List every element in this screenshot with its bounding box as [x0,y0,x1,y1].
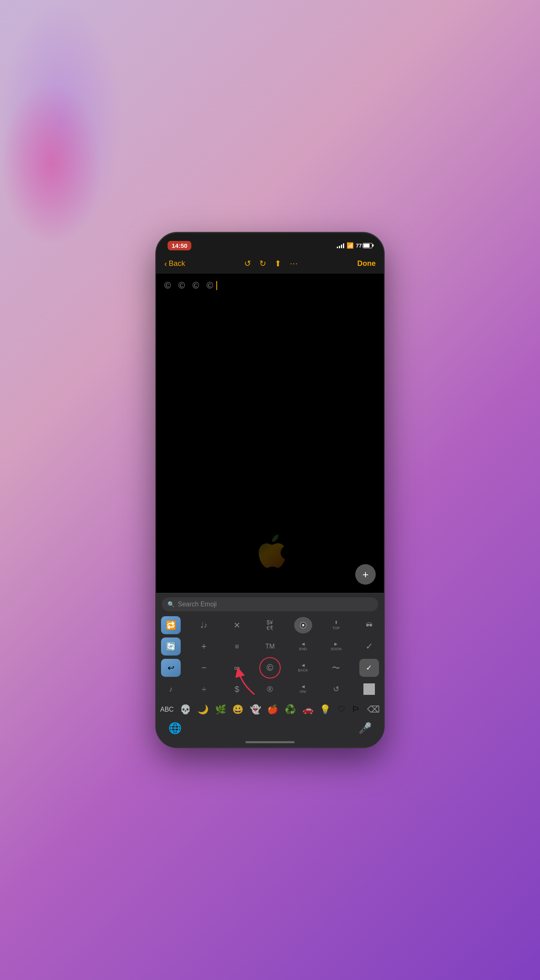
copyright-symbol-2: © [178,280,187,291]
status-bar: 14:50 📶 77 [156,233,384,253]
undo-icon[interactable]: ↺ [244,259,251,268]
search-placeholder: Search Emoji [178,601,217,608]
emoji-cell-cross[interactable]: ✕ [226,615,247,635]
emoji-btn-recycle[interactable]: 🔁 [161,616,181,634]
abc-label[interactable]: ABC [160,706,174,713]
category-skull[interactable]: 💀 [180,704,191,715]
emoji-cell-top[interactable]: ⬆TOP [325,615,347,635]
nav-bar: ‹ Back ↺ ↻ ⬆ ⋯ Done [156,253,384,274]
emoji-btn-recycle2[interactable]: 🔄 [161,637,181,656]
nav-left: ‹ Back [164,259,185,268]
copyright-symbol-1: © [164,280,173,291]
copyright-symbol-3: © [193,280,202,291]
home-indicator [156,739,384,747]
phone-frame: 14:50 📶 77 ‹ Back [155,232,385,748]
nav-center: ↺ ↻ ⬆ ⋯ [244,259,298,268]
emoji-cell-equals[interactable]: ≡ [226,637,247,656]
status-time: 14:50 [168,241,191,250]
backspace-button[interactable]: ⌫ [367,704,380,715]
home-bar [245,741,295,743]
emoji-row-3: ↩ − ∞ © ◀BACK [160,657,380,678]
done-button[interactable]: Done [357,259,376,268]
emoji-row-4: ♪ ÷ $ ® ◀ON! ↺ [160,678,380,700]
add-button[interactable]: + [355,564,376,585]
category-face[interactable]: 😀 [232,704,243,715]
emoji-cell-eye[interactable] [293,615,314,635]
category-bulb[interactable]: 💡 [320,704,331,715]
apple-logo [254,531,286,572]
search-input[interactable]: 🔍 Search Emoji [162,597,378,611]
notes-text: © © © © [164,280,376,291]
emoji-cell-dollar[interactable]: $ [226,679,247,699]
microphone-icon[interactable]: 🎤 [358,722,372,735]
copyright-symbol-4: © [206,280,216,291]
emoji-cell-circle[interactable] [358,679,380,699]
text-cursor [216,281,217,290]
emoji-cell-eyeglasses1[interactable]: 🕶 [358,615,380,635]
category-car[interactable]: 🚗 [302,704,313,715]
status-icons: 📶 77 [337,242,372,249]
battery-level: 77 [356,243,362,249]
battery-icon: 77 [356,243,372,249]
checkmark-dark-box: ✓ [359,659,379,677]
search-icon: 🔍 [168,601,175,608]
emoji-row-1: 🔁 ♩♪ ✕ $¥€₹ [160,615,380,636]
emoji-btn-loop[interactable]: ↩ [161,659,181,677]
category-apple[interactable]: 🍎 [267,704,278,715]
emoji-cell-end[interactable]: ◀END [293,637,314,656]
keyboard-bottom-row: ABC 💀 🌙 🌿 😀 👻 🍎 ♻️ 🚗 💡 ♡ 🏳 ⌫ [156,700,384,719]
emoji-cell-minus[interactable]: − [193,658,215,678]
emoji-cell-checkmark-light[interactable]: ✓ [358,637,380,656]
emoji-cell-recycle1[interactable]: 🔁 [160,615,182,635]
back-label: Back [169,259,185,268]
phone-content: 14:50 📶 77 ‹ Back [156,233,384,747]
back-chevron-icon: ‹ [164,259,167,268]
category-leaf[interactable]: 🌿 [215,704,226,715]
emoji-cell-divide[interactable]: ÷ [193,679,215,699]
category-moon[interactable]: 🌙 [197,704,209,715]
emoji-cell-tm[interactable]: TM [259,637,281,656]
globe-icon[interactable]: 🌐 [168,722,182,735]
category-flag[interactable]: 🏳 [352,704,361,715]
emoji-cell-back[interactable]: ◀BACK [293,658,314,678]
keyboard-area: 🔍 Search Emoji 🔁 ♩♪ [156,593,384,747]
more-icon[interactable]: ⋯ [290,259,298,268]
copyright-emoji: © [267,662,273,673]
emoji-cell-copyright[interactable]: © [259,658,281,678]
category-heart[interactable]: ♡ [337,704,345,715]
emoji-cell-music-notes[interactable]: ♩♪ [193,615,215,635]
redo-icon[interactable]: ↻ [259,259,266,268]
emoji-cell-music[interactable]: ♪ [160,679,182,699]
back-button[interactable]: ‹ Back [164,259,185,268]
emoji-cell-loop[interactable]: ↩ [160,658,182,678]
category-ghost[interactable]: 👻 [250,704,261,715]
signal-icon [337,243,344,248]
emoji-cell-plus[interactable]: + [193,637,215,656]
emoji-cell-soon[interactable]: ▶SOON [325,637,347,656]
emoji-row-2: 🔄 + ≡ TM ◀END ▶S [160,636,380,657]
category-recycle[interactable]: ♻️ [285,704,296,715]
notes-area[interactable]: © © © © [156,274,384,593]
search-bar: 🔍 Search Emoji [156,593,384,615]
keyboard-actions: 🌐 🎤 [156,719,384,739]
emoji-cell-registered[interactable]: ® [259,679,281,699]
emoji-cell-infinity[interactable]: ∞ [226,658,247,678]
emoji-cell-wavy[interactable]: 〜 [325,658,347,678]
emoji-grid: 🔁 ♩♪ ✕ $¥€₹ [156,615,384,700]
emoji-cell-on[interactable]: ◀ON! [293,679,314,699]
wifi-icon: 📶 [347,242,354,249]
emoji-cell-checkmark-box[interactable]: ✓ [358,658,380,678]
emoji-cell-cycle[interactable]: ↺ [325,679,347,699]
emoji-cell-currency[interactable]: $¥€₹ [259,615,281,635]
share-icon[interactable]: ⬆ [275,259,281,268]
emoji-cell-recycle2[interactable]: 🔄 [160,637,182,656]
